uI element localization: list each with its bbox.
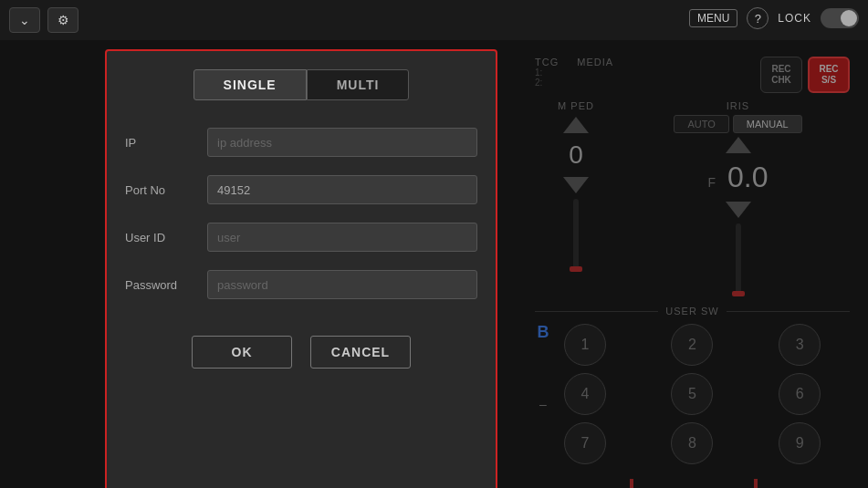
help-button[interactable]: ? bbox=[747, 7, 769, 29]
dialog: SINGLE MULTI IP Port No User ID Password… bbox=[105, 49, 497, 488]
dialog-buttons: OK CANCEL bbox=[125, 336, 477, 369]
lock-label: LOCK bbox=[778, 12, 811, 25]
tab-single[interactable]: SINGLE bbox=[193, 69, 307, 100]
main-area: TCG 1: 2: MEDIA REC CHK REC S/S bbox=[0, 40, 868, 488]
menu-button[interactable]: MENU bbox=[689, 9, 737, 27]
password-label: Password bbox=[125, 278, 207, 292]
ok-button[interactable]: OK bbox=[192, 336, 292, 369]
gear-icon[interactable]: ⚙ bbox=[47, 7, 78, 33]
dialog-tabs: SINGLE MULTI bbox=[125, 69, 477, 100]
lock-toggle[interactable] bbox=[821, 8, 859, 28]
portno-label: Port No bbox=[125, 183, 207, 197]
cancel-button[interactable]: CANCEL bbox=[310, 336, 411, 369]
portno-row: Port No bbox=[125, 175, 477, 204]
password-row: Password bbox=[125, 270, 477, 299]
ip-input[interactable] bbox=[207, 128, 477, 157]
lock-toggle-knob bbox=[841, 10, 857, 26]
password-input[interactable] bbox=[207, 270, 477, 299]
userid-label: User ID bbox=[125, 231, 207, 244]
top-bar: ⌄ ⚙ MENU ? LOCK bbox=[0, 0, 868, 40]
userid-row: User ID bbox=[125, 223, 477, 252]
ip-row: IP bbox=[125, 128, 477, 157]
top-bar-right: MENU ? LOCK bbox=[689, 7, 859, 29]
tab-multi[interactable]: MULTI bbox=[307, 69, 410, 100]
chevron-down-icon[interactable]: ⌄ bbox=[9, 7, 40, 33]
portno-input[interactable] bbox=[207, 175, 477, 204]
top-bar-left: ⌄ ⚙ bbox=[9, 7, 78, 33]
ip-label: IP bbox=[125, 136, 207, 150]
userid-input[interactable] bbox=[207, 223, 477, 252]
